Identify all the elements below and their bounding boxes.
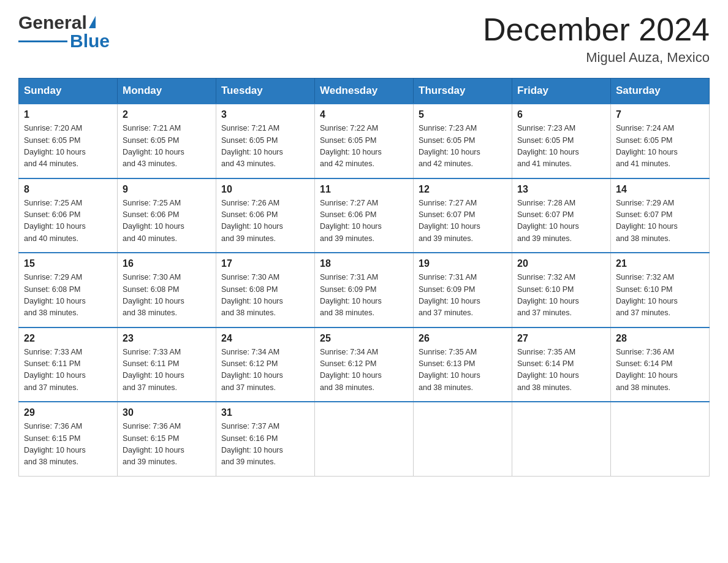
day-info: Sunrise: 7:21 AMSunset: 6:05 PMDaylight:… <box>123 123 211 170</box>
day-number: 27 <box>517 333 605 344</box>
day-number: 14 <box>616 184 704 195</box>
day-info: Sunrise: 7:35 AMSunset: 6:13 PMDaylight:… <box>419 347 507 394</box>
day-number: 16 <box>123 258 211 269</box>
calendar-cell: 2Sunrise: 7:21 AMSunset: 6:05 PMDaylight… <box>118 104 216 178</box>
day-number: 2 <box>123 109 211 120</box>
day-info: Sunrise: 7:33 AMSunset: 6:11 PMDaylight:… <box>24 347 112 394</box>
calendar-cell: 19Sunrise: 7:31 AMSunset: 6:09 PMDayligh… <box>414 253 512 327</box>
day-number: 30 <box>123 407 211 418</box>
calendar-cell: 14Sunrise: 7:29 AMSunset: 6:07 PMDayligh… <box>611 178 710 253</box>
calendar-cell <box>512 402 611 476</box>
day-number: 17 <box>221 258 309 269</box>
page-header: General Blue December 2024 Miguel Auza, … <box>18 12 710 66</box>
calendar-cell: 1Sunrise: 7:20 AMSunset: 6:05 PMDaylight… <box>19 104 118 178</box>
day-info: Sunrise: 7:26 AMSunset: 6:06 PMDaylight:… <box>221 197 309 245</box>
weekday-header-tuesday: Tuesday <box>216 79 315 104</box>
day-number: 23 <box>123 333 211 344</box>
day-number: 3 <box>221 109 309 120</box>
weekday-header-saturday: Saturday <box>611 79 710 104</box>
day-info: Sunrise: 7:32 AMSunset: 6:10 PMDaylight:… <box>517 272 605 320</box>
logo-underline <box>18 40 67 42</box>
day-info: Sunrise: 7:23 AMSunset: 6:05 PMDaylight:… <box>419 123 507 170</box>
day-info: Sunrise: 7:29 AMSunset: 6:07 PMDaylight:… <box>616 197 704 245</box>
month-title: December 2024 <box>483 12 710 47</box>
calendar-cell: 18Sunrise: 7:31 AMSunset: 6:09 PMDayligh… <box>315 253 414 327</box>
day-info: Sunrise: 7:22 AMSunset: 6:05 PMDaylight:… <box>320 123 408 170</box>
day-info: Sunrise: 7:32 AMSunset: 6:10 PMDaylight:… <box>616 272 704 320</box>
calendar-cell: 7Sunrise: 7:24 AMSunset: 6:05 PMDaylight… <box>611 104 710 178</box>
day-info: Sunrise: 7:31 AMSunset: 6:09 PMDaylight:… <box>419 272 507 320</box>
calendar-cell: 22Sunrise: 7:33 AMSunset: 6:11 PMDayligh… <box>19 327 118 402</box>
logo-triangle-icon <box>89 16 96 28</box>
calendar-cell <box>315 402 414 476</box>
day-info: Sunrise: 7:30 AMSunset: 6:08 PMDaylight:… <box>221 272 309 320</box>
day-number: 1 <box>24 109 112 120</box>
calendar-cell: 21Sunrise: 7:32 AMSunset: 6:10 PMDayligh… <box>611 253 710 327</box>
day-info: Sunrise: 7:34 AMSunset: 6:12 PMDaylight:… <box>320 347 408 394</box>
day-info: Sunrise: 7:31 AMSunset: 6:09 PMDaylight:… <box>320 272 408 320</box>
day-number: 13 <box>517 184 605 195</box>
day-number: 8 <box>24 184 112 195</box>
calendar-cell: 31Sunrise: 7:37 AMSunset: 6:16 PMDayligh… <box>216 402 315 476</box>
day-info: Sunrise: 7:30 AMSunset: 6:08 PMDaylight:… <box>123 272 211 320</box>
day-number: 19 <box>419 258 507 269</box>
calendar-cell: 13Sunrise: 7:28 AMSunset: 6:07 PMDayligh… <box>512 178 611 253</box>
calendar-cell: 25Sunrise: 7:34 AMSunset: 6:12 PMDayligh… <box>315 327 414 402</box>
day-info: Sunrise: 7:27 AMSunset: 6:06 PMDaylight:… <box>320 197 408 245</box>
day-number: 22 <box>24 333 112 344</box>
day-number: 7 <box>616 109 704 120</box>
calendar-cell: 23Sunrise: 7:33 AMSunset: 6:11 PMDayligh… <box>118 327 216 402</box>
week-row-1: 1Sunrise: 7:20 AMSunset: 6:05 PMDaylight… <box>19 104 710 178</box>
calendar-cell <box>414 402 512 476</box>
day-info: Sunrise: 7:25 AMSunset: 6:06 PMDaylight:… <box>24 197 112 245</box>
day-info: Sunrise: 7:27 AMSunset: 6:07 PMDaylight:… <box>419 197 507 245</box>
logo-blue: Blue <box>70 31 110 52</box>
calendar-cell: 28Sunrise: 7:36 AMSunset: 6:14 PMDayligh… <box>611 327 710 402</box>
calendar-cell: 26Sunrise: 7:35 AMSunset: 6:13 PMDayligh… <box>414 327 512 402</box>
day-info: Sunrise: 7:28 AMSunset: 6:07 PMDaylight:… <box>517 197 605 245</box>
day-info: Sunrise: 7:23 AMSunset: 6:05 PMDaylight:… <box>517 123 605 170</box>
day-number: 18 <box>320 258 408 269</box>
day-info: Sunrise: 7:36 AMSunset: 6:14 PMDaylight:… <box>616 347 704 394</box>
day-number: 31 <box>221 407 309 418</box>
week-row-4: 22Sunrise: 7:33 AMSunset: 6:11 PMDayligh… <box>19 327 710 402</box>
calendar-cell: 20Sunrise: 7:32 AMSunset: 6:10 PMDayligh… <box>512 253 611 327</box>
day-info: Sunrise: 7:21 AMSunset: 6:05 PMDaylight:… <box>221 123 309 170</box>
weekday-header-row: SundayMondayTuesdayWednesdayThursdayFrid… <box>19 79 710 104</box>
day-number: 12 <box>419 184 507 195</box>
weekday-header-sunday: Sunday <box>19 79 118 104</box>
weekday-header-monday: Monday <box>118 79 216 104</box>
logo-general: General <box>18 12 87 33</box>
logo: General Blue <box>18 12 110 52</box>
calendar-cell: 8Sunrise: 7:25 AMSunset: 6:06 PMDaylight… <box>19 178 118 253</box>
calendar-cell <box>611 402 710 476</box>
day-number: 20 <box>517 258 605 269</box>
day-number: 9 <box>123 184 211 195</box>
calendar-cell: 12Sunrise: 7:27 AMSunset: 6:07 PMDayligh… <box>414 178 512 253</box>
day-info: Sunrise: 7:33 AMSunset: 6:11 PMDaylight:… <box>123 347 211 394</box>
weekday-header-friday: Friday <box>512 79 611 104</box>
calendar-cell: 27Sunrise: 7:35 AMSunset: 6:14 PMDayligh… <box>512 327 611 402</box>
calendar-cell: 24Sunrise: 7:34 AMSunset: 6:12 PMDayligh… <box>216 327 315 402</box>
calendar-cell: 30Sunrise: 7:36 AMSunset: 6:15 PMDayligh… <box>118 402 216 476</box>
location: Miguel Auza, Mexico <box>483 50 710 66</box>
week-row-5: 29Sunrise: 7:36 AMSunset: 6:15 PMDayligh… <box>19 402 710 476</box>
day-info: Sunrise: 7:35 AMSunset: 6:14 PMDaylight:… <box>517 347 605 394</box>
calendar-cell: 6Sunrise: 7:23 AMSunset: 6:05 PMDaylight… <box>512 104 611 178</box>
weekday-header-wednesday: Wednesday <box>315 79 414 104</box>
calendar-table: SundayMondayTuesdayWednesdayThursdayFrid… <box>18 78 710 477</box>
calendar-cell: 3Sunrise: 7:21 AMSunset: 6:05 PMDaylight… <box>216 104 315 178</box>
weekday-header-thursday: Thursday <box>414 79 512 104</box>
day-number: 21 <box>616 258 704 269</box>
day-info: Sunrise: 7:29 AMSunset: 6:08 PMDaylight:… <box>24 272 112 320</box>
day-number: 6 <box>517 109 605 120</box>
day-number: 25 <box>320 333 408 344</box>
day-number: 5 <box>419 109 507 120</box>
day-info: Sunrise: 7:25 AMSunset: 6:06 PMDaylight:… <box>123 197 211 245</box>
day-info: Sunrise: 7:36 AMSunset: 6:15 PMDaylight:… <box>123 421 211 469</box>
day-number: 11 <box>320 184 408 195</box>
calendar-cell: 16Sunrise: 7:30 AMSunset: 6:08 PMDayligh… <box>118 253 216 327</box>
day-info: Sunrise: 7:34 AMSunset: 6:12 PMDaylight:… <box>221 347 309 394</box>
day-info: Sunrise: 7:20 AMSunset: 6:05 PMDaylight:… <box>24 123 112 170</box>
calendar-cell: 15Sunrise: 7:29 AMSunset: 6:08 PMDayligh… <box>19 253 118 327</box>
